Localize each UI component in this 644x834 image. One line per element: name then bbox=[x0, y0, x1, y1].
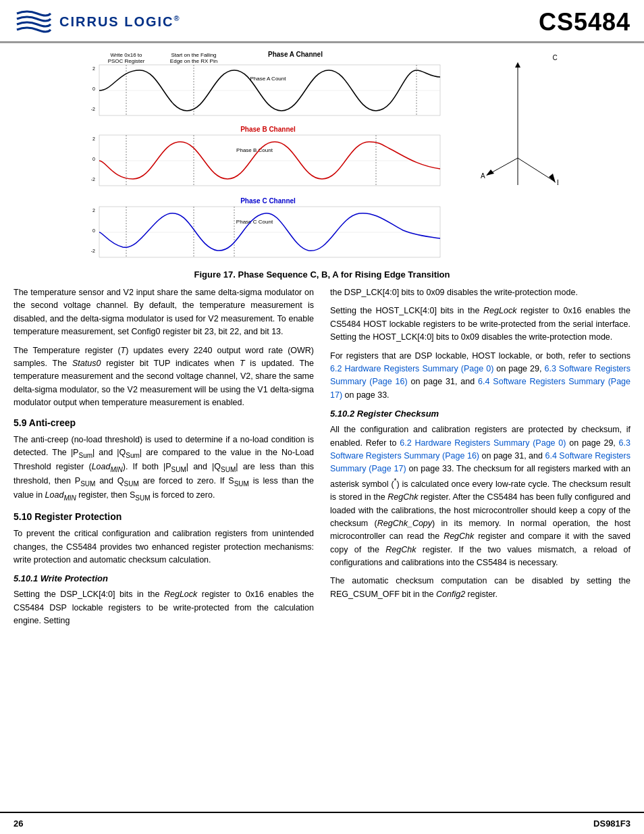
svg-marker-28 bbox=[515, 62, 520, 68]
page-number: 26 bbox=[14, 818, 23, 829]
reg-protection-heading: 5.10 Register Protection bbox=[14, 510, 314, 525]
svg-text:PSOC Register: PSOC Register bbox=[108, 58, 145, 64]
svg-line-29 bbox=[518, 158, 555, 182]
xyz-diagram: C B A bbox=[477, 50, 558, 226]
write-psoc-label: Write 0x16 to bbox=[111, 52, 143, 58]
temp-sensor-para: The temperature sensor and V2 input shar… bbox=[14, 286, 314, 339]
dsp-disable-para: the DSP_LCK[4:0] bits to 0x09 disables t… bbox=[330, 286, 630, 299]
checksum-para: All the configuration and calibration re… bbox=[330, 423, 630, 569]
svg-text:A: A bbox=[481, 172, 485, 180]
refer-sections-para: For registers that are DSP lockable, HOS… bbox=[330, 350, 630, 402]
anti-creep-para: The anti-creep (no-load threshold) is us… bbox=[14, 434, 314, 503]
auto-checksum-para: The automatic checksum computation can b… bbox=[330, 575, 630, 601]
main-content: Write 0x16 to PSOC Register Start on the… bbox=[0, 50, 644, 647]
phase-b-svg: Phase B Channel Stop 2 0 -2 Phase B Coun… bbox=[86, 125, 450, 192]
svg-text:0: 0 bbox=[92, 157, 95, 161]
phase-a-chart: Write 0x16 to PSOC Register Start on the… bbox=[86, 50, 464, 121]
phase-a-svg: Write 0x16 to PSOC Register Start on the… bbox=[86, 50, 450, 121]
svg-text:2: 2 bbox=[92, 66, 95, 71]
svg-text:-2: -2 bbox=[91, 249, 95, 253]
header: CIRRUS LOGIC® CS5484 bbox=[0, 0, 644, 43]
svg-marker-33 bbox=[486, 170, 494, 176]
phase-c-svg: Phase C Channel Stop 2 0 -2 Phase C Coun… bbox=[86, 197, 450, 264]
phase-c-count-label: Phase C Count bbox=[236, 219, 273, 225]
figure-container: Write 0x16 to PSOC Register Start on the… bbox=[14, 50, 630, 264]
hw-reg-link1[interactable]: 6.2 Hardware Registers Summary (Page 0) bbox=[330, 364, 493, 373]
two-column-content: The temperature sensor and V2 input shar… bbox=[14, 286, 630, 633]
svg-text:2: 2 bbox=[92, 208, 95, 213]
anti-creep-heading: 5.9 Anti-creep bbox=[14, 416, 314, 431]
svg-text:2: 2 bbox=[92, 136, 95, 141]
reg-protection-para: To prevent the critical configuration an… bbox=[14, 527, 314, 567]
register-checksum-heading: 5.10.2 Register Checksum bbox=[330, 407, 630, 421]
figure-caption: Figure 17. Phase Sequence C, B, A for Ri… bbox=[14, 269, 630, 280]
svg-text:-2: -2 bbox=[91, 107, 95, 111]
footer: 26 DS981F3 bbox=[0, 812, 644, 834]
phase-b-channel-label: Phase B Channel bbox=[240, 126, 296, 133]
col-right: the DSP_LCK[4:0] bits to 0x09 disables t… bbox=[330, 286, 630, 633]
temperature-register-para: The Temperature register (T) updates eve… bbox=[14, 344, 314, 410]
host-lock-para: Setting the HOST_LCK[4:0] bits in the Re… bbox=[330, 305, 630, 344]
start-falling-label: Start on the Falling bbox=[171, 52, 216, 58]
svg-text:C: C bbox=[552, 54, 557, 61]
phase-b-chart: Phase B Channel Stop 2 0 -2 Phase B Coun… bbox=[86, 125, 464, 192]
write-protection-heading: 5.10.1 Write Protection bbox=[14, 572, 314, 585]
cirrus-logic-logo-icon bbox=[14, 7, 54, 37]
logo-text: CIRRUS LOGIC® bbox=[59, 14, 181, 30]
svg-text:Edge on the RX Pin: Edge on the RX Pin bbox=[170, 58, 217, 64]
phase-c-chart: Phase C Channel Stop 2 0 -2 Phase C Coun… bbox=[86, 197, 464, 264]
phase-c-channel-label: Phase C Channel bbox=[240, 197, 296, 205]
svg-text:0: 0 bbox=[92, 228, 95, 233]
phase-a-channel-label: Phase A Channel bbox=[268, 51, 323, 58]
svg-rect-18 bbox=[99, 207, 440, 257]
figure-area: Write 0x16 to PSOC Register Start on the… bbox=[14, 50, 630, 280]
product-title: CS5484 bbox=[539, 8, 630, 36]
phase-b-count-label: Phase B Count bbox=[236, 147, 273, 153]
phase-a-count-label: Phase A Count bbox=[250, 76, 287, 82]
waveform-charts: Write 0x16 to PSOC Register Start on the… bbox=[86, 50, 464, 264]
logo-area: CIRRUS LOGIC® bbox=[14, 7, 181, 37]
hw-reg-link-chk1[interactable]: 6.2 Hardware Registers Summary (Page 0) bbox=[400, 438, 566, 448]
company-name-text: CIRRUS LOGIC® bbox=[59, 14, 181, 30]
page: CIRRUS LOGIC® CS5484 Write 0x16 to PSOC … bbox=[0, 0, 644, 834]
svg-text:-2: -2 bbox=[91, 177, 95, 182]
svg-text:B: B bbox=[557, 179, 558, 186]
col-left: The temperature sensor and V2 input shar… bbox=[14, 286, 314, 633]
write-protection-para: Setting the DSP_LCK[4:0] bits in the Reg… bbox=[14, 588, 314, 627]
svg-rect-2 bbox=[99, 65, 440, 115]
doc-number: DS981F3 bbox=[593, 818, 630, 829]
svg-text:0: 0 bbox=[92, 86, 95, 91]
